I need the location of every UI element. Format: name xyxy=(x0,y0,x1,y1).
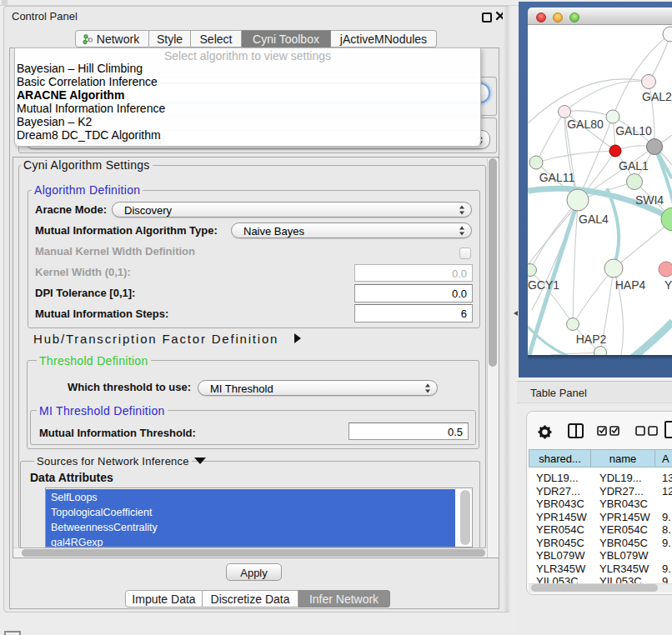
svg-text:GAL10: GAL10 xyxy=(615,124,652,138)
svg-text:GAL11: GAL11 xyxy=(539,171,575,184)
svg-text:HAP2: HAP2 xyxy=(576,332,607,346)
svg-text:Y: Y xyxy=(664,278,672,292)
svg-text:GAL1: GAL1 xyxy=(619,159,649,172)
svg-text:HAP4: HAP4 xyxy=(615,278,646,292)
svg-text:GAL80: GAL80 xyxy=(567,118,604,131)
svg-text:GAL2: GAL2 xyxy=(642,90,672,103)
svg-text:SWI4: SWI4 xyxy=(635,193,664,207)
svg-text:GCY1: GCY1 xyxy=(528,278,559,292)
svg-text:GAL4: GAL4 xyxy=(579,212,609,226)
